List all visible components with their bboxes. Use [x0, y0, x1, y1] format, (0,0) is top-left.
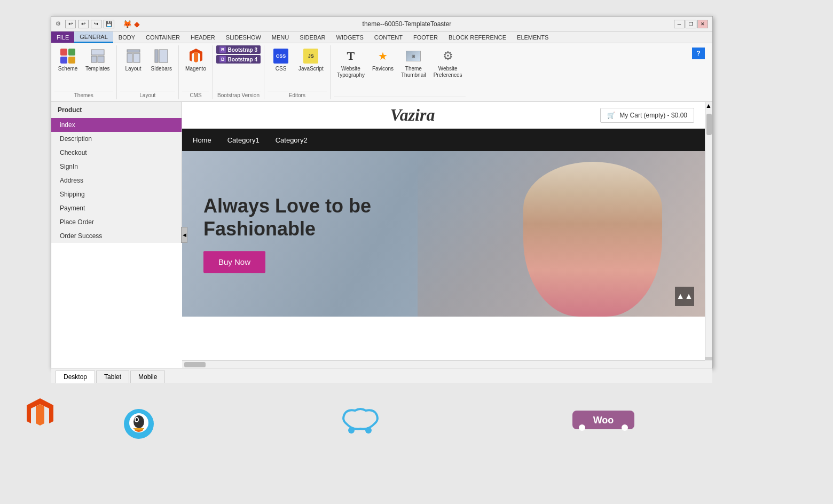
- menu-block-reference[interactable]: BLOCK REFERENCE: [443, 32, 512, 43]
- layout-button[interactable]: Layout: [120, 45, 147, 74]
- menu-slideshow[interactable]: SLIDESHOW: [221, 32, 266, 43]
- css-button[interactable]: CSS CSS: [268, 45, 294, 74]
- favicons-button[interactable]: ★ Favicons: [369, 45, 397, 74]
- menu-container[interactable]: CONTAINER: [140, 32, 185, 43]
- opencart-app-icon: [342, 406, 379, 437]
- theme-thumbnail-button[interactable]: ⊞ ThemeThumbnail: [398, 45, 429, 81]
- menu-footer[interactable]: FOOTER: [408, 32, 443, 43]
- scroll-up-arrow[interactable]: ▲: [705, 102, 712, 113]
- typography-label: WebsiteTypography: [337, 66, 365, 78]
- scheme-icon: [59, 48, 76, 65]
- menu-sidebar[interactable]: SIDEBAR: [294, 32, 331, 43]
- layout-icon: [125, 48, 142, 65]
- scroll-up-button[interactable]: ▲▲: [675, 287, 694, 306]
- preview-hero-content: Always Love to be Fashionable Buy Now: [203, 194, 428, 273]
- thumbnail-label: ThemeThumbnail: [401, 66, 426, 78]
- menu-widgets[interactable]: WIDGETS: [331, 32, 369, 43]
- ribbon-group-cms: Magento CMS: [179, 45, 213, 99]
- left-panel-item-payment[interactable]: Payment: [51, 201, 182, 215]
- svg-rect-6: [155, 50, 158, 62]
- menu-body[interactable]: BODY: [113, 32, 140, 43]
- ribbon-bootstrap-items: B Bootstrap 3 B Bootstrap 4: [216, 45, 261, 90]
- website-preferences-button[interactable]: ⚙ WebsitePreferences: [430, 45, 466, 81]
- svg-point-22: [622, 424, 628, 431]
- collapse-panel-button[interactable]: ◀: [181, 227, 187, 243]
- left-panel-item-index[interactable]: index: [51, 118, 182, 132]
- menu-elements[interactable]: ELEMENTS: [512, 32, 554, 43]
- magento-button[interactable]: Magento: [182, 45, 209, 74]
- css-icon: CSS: [272, 48, 289, 65]
- sidebars-icon: [153, 48, 170, 65]
- left-panel-item-place-order[interactable]: Place Order: [51, 215, 182, 229]
- typography-icon: T: [342, 48, 359, 65]
- layout-label: Layout: [125, 66, 142, 72]
- nav-category1[interactable]: Category1: [227, 136, 260, 144]
- redo-button[interactable]: ↪: [91, 20, 101, 28]
- nav-category2[interactable]: Category2: [276, 136, 308, 144]
- svg-rect-0: [91, 50, 104, 55]
- title-bar: ⚙ ↩ ↩ ↪ 💾 🦊 ◆ theme--60050-TemplateToast…: [51, 17, 712, 32]
- website-typography-button[interactable]: T WebsiteTypography: [334, 45, 368, 81]
- vertical-scrollbar[interactable]: ▲: [705, 102, 712, 357]
- help-button[interactable]: ?: [692, 48, 705, 59]
- templates-button[interactable]: Templates: [82, 45, 113, 74]
- svg-text:Woo: Woo: [593, 415, 614, 426]
- preview-hero-button[interactable]: Buy Now: [203, 251, 265, 273]
- ribbon-themes-items: Scheme Templates: [54, 45, 113, 90]
- menu-header[interactable]: HEADER: [185, 32, 221, 43]
- ribbon-group-themes: Scheme Templates Themes: [51, 45, 117, 99]
- preview-cart[interactable]: 🛒 My Cart (empty) - $0.00: [600, 108, 694, 123]
- ribbon-editors-items: CSS CSS JS JavaScript: [268, 45, 327, 90]
- tab-mobile[interactable]: Mobile: [130, 371, 165, 383]
- tab-tablet[interactable]: Tablet: [96, 371, 129, 383]
- close-button[interactable]: ✕: [697, 20, 708, 28]
- cart-icon: 🛒: [607, 112, 615, 119]
- themes-group-label: Themes: [54, 91, 113, 99]
- bs4-icon: B: [219, 56, 226, 62]
- horizontal-scrollbar[interactable]: [182, 360, 705, 368]
- menu-file[interactable]: FILE: [51, 32, 74, 43]
- preview-topbar: Vazira 🛒 My Cart (empty) - $0.00: [182, 102, 705, 129]
- preview-nav: Home Category1 Category2: [182, 129, 705, 151]
- ribbon-group-tools: T WebsiteTypography ★ Favicons ⊞: [331, 45, 469, 99]
- menu-general[interactable]: GENERAL: [74, 32, 113, 43]
- left-panel-item-description[interactable]: Description: [51, 132, 182, 146]
- restore-button[interactable]: ❐: [686, 20, 696, 28]
- menu-menu[interactable]: MENU: [266, 32, 294, 43]
- scheme-button[interactable]: Scheme: [54, 45, 81, 74]
- minimize-button[interactable]: ─: [674, 20, 685, 28]
- window-controls: ─ ❐ ✕: [674, 20, 708, 28]
- scroll-thumb-v[interactable]: [706, 114, 712, 135]
- preview-hero-title: Always Love to be Fashionable: [203, 194, 428, 240]
- tab-desktop[interactable]: Desktop: [56, 371, 95, 383]
- left-panel-item-signin[interactable]: SignIn: [51, 160, 182, 174]
- scroll-thumb-h[interactable]: [184, 362, 206, 367]
- left-panel-item-address[interactable]: Address: [51, 174, 182, 187]
- bootstrap-group-label: Bootstrap Version: [216, 91, 261, 99]
- hero-person-shape: [523, 162, 662, 317]
- bootstrap3-button[interactable]: B Bootstrap 3: [216, 45, 261, 54]
- bootstrap4-button[interactable]: B Bootstrap 4: [216, 55, 261, 64]
- left-panel-item-order-success[interactable]: Order Success: [51, 229, 182, 243]
- preview-hero: Always Love to be Fashionable Buy Now ▲▲: [182, 151, 705, 317]
- save-button[interactable]: 💾: [104, 20, 114, 28]
- left-panel: Product index Description Checkout SignI…: [51, 102, 182, 243]
- undo-button[interactable]: ↩: [65, 20, 76, 28]
- left-panel-item-checkout[interactable]: Checkout: [51, 146, 182, 160]
- left-panel-item-shipping[interactable]: Shipping: [51, 187, 182, 201]
- sidebars-button[interactable]: Sidebars: [148, 45, 175, 74]
- sidebars-label: Sidebars: [151, 66, 172, 72]
- svg-rect-2: [98, 56, 104, 62]
- svg-rect-3: [127, 50, 140, 52]
- ribbon: Scheme Templates Themes: [51, 43, 712, 102]
- thumbnail-placeholder: ⊞: [412, 54, 415, 59]
- favicons-icon: ★: [374, 48, 391, 65]
- window-title: theme--60050-TemplateToaster: [140, 20, 674, 28]
- javascript-button[interactable]: JS JavaScript: [295, 45, 327, 74]
- nav-home[interactable]: Home: [193, 136, 211, 144]
- menu-content[interactable]: CONTENT: [369, 32, 408, 43]
- magento-label: Magento: [185, 66, 206, 72]
- undo2-button[interactable]: ↩: [78, 20, 89, 28]
- magento-ribbon-icon: [187, 48, 205, 65]
- favicons-label: Favicons: [372, 66, 394, 72]
